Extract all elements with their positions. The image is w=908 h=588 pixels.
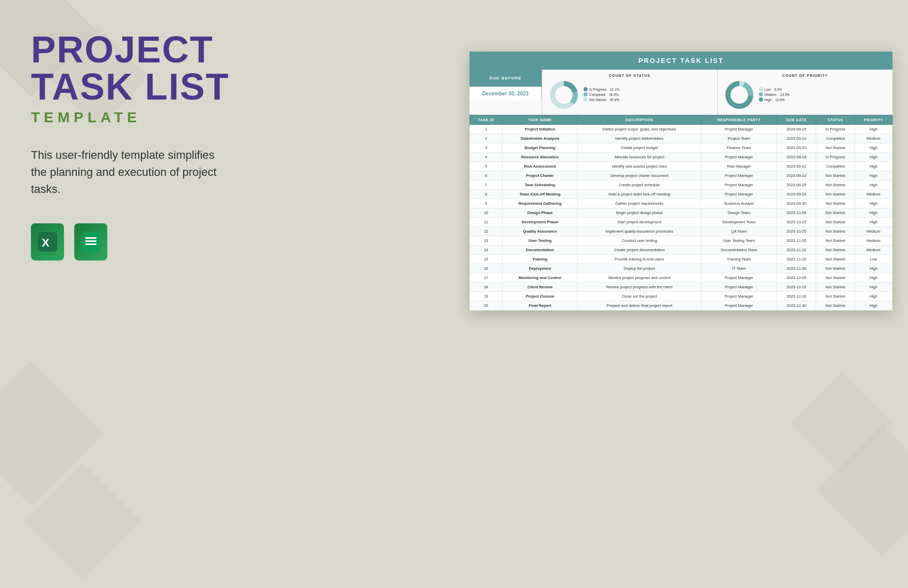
cell-taskname: Documentation	[502, 246, 578, 255]
cell-party: QA Team	[701, 227, 777, 236]
cell-id: 7	[470, 181, 502, 190]
cell-desc: Close out the project	[578, 292, 701, 301]
left-panel: PROJECT TASK LIST TEMPLATE This user-fri…	[31, 31, 258, 260]
file-icons-row: X	[31, 223, 258, 260]
cell-status: Not Started	[816, 301, 855, 311]
cell-priority: High	[855, 273, 893, 283]
cell-desc: Define project scope, goals, and objecti…	[578, 125, 701, 134]
col-duedate: DUE DATE	[777, 116, 816, 125]
cell-desc: Allocate resources for project	[578, 153, 701, 162]
cell-desc: Create project documentation	[578, 246, 701, 255]
high-dot	[759, 97, 763, 102]
cell-desc: Deploy the project	[578, 264, 701, 273]
col-priority: PRIORITY	[855, 116, 893, 125]
cell-party: Risk Manager	[701, 162, 777, 171]
cell-due: 2023-09-20	[777, 143, 816, 153]
cell-id: 19	[470, 292, 502, 301]
main-title: PROJECT TASK LIST	[31, 31, 258, 105]
cell-party: Project Team	[701, 134, 777, 143]
sub-title: TEMPLATE	[31, 109, 258, 126]
due-date-value: December 30, 2023	[469, 87, 542, 101]
cell-desc: Provide training to end-users	[578, 255, 701, 264]
cell-desc: Identify project stakeholders	[578, 134, 701, 143]
cell-desc: Prepare and deliver final project report	[578, 301, 701, 311]
cell-status: Not Started	[816, 227, 855, 236]
cell-id: 5	[470, 162, 502, 171]
table-row: 15 Training Provide training to end-user…	[470, 255, 893, 264]
cell-due: 2023-09-30	[777, 199, 816, 208]
cell-taskname: Development Phase	[502, 218, 578, 227]
table-row: 3 Budget Planning Create project budget …	[470, 143, 893, 153]
col-description: DESCRIPTION	[578, 116, 701, 125]
cell-desc: Gather project requirements	[578, 199, 701, 208]
table-row: 14 Documentation Create project document…	[470, 246, 893, 255]
cell-id: 20	[470, 301, 502, 311]
excel-icon[interactable]: X	[31, 223, 64, 260]
cell-due: 2023-10-15	[777, 218, 816, 227]
cell-party: Training Team	[701, 255, 777, 264]
description: This user-friendly template simplifies t…	[31, 146, 227, 198]
notstarted-dot	[583, 97, 588, 102]
status-legend: In Progress 21.1% Completed 16.0% Not St…	[583, 87, 620, 103]
cell-party: User Testing Team	[701, 236, 777, 246]
cell-party: IT Team	[701, 264, 777, 273]
inprogress-dot	[583, 87, 588, 91]
status-donut-chart	[548, 79, 579, 110]
cell-taskname: Project Initiation	[502, 125, 578, 134]
cell-party: Project Manager	[701, 292, 777, 301]
cell-due: 2023-09-25	[777, 181, 816, 190]
priority-legend: Low 5.3% Medium 23.5% High 13.0%	[759, 87, 790, 103]
cell-id: 13	[470, 236, 502, 246]
cell-status: Not Started	[816, 292, 855, 301]
col-taskid: TASK ID	[470, 116, 502, 125]
task-table: TASK ID TASK NAME DESCRIPTION RESPONSIBL…	[469, 115, 893, 311]
cell-id: 1	[470, 125, 502, 134]
cell-due: 2023-09-12	[777, 162, 816, 171]
cell-party: Project Manager	[701, 273, 777, 283]
cell-taskname: Project Charter	[502, 171, 578, 181]
cell-taskname: Task Scheduling	[502, 181, 578, 190]
cell-status: Not Started	[816, 181, 855, 190]
table-row: 19 Project Closure Close out the project…	[470, 292, 893, 301]
cell-taskname: Resource Allocation	[502, 153, 578, 162]
cell-desc: Monitor project progress and control	[578, 273, 701, 283]
cell-taskname: Client Review	[502, 283, 578, 292]
cell-priority: High	[855, 125, 893, 134]
cell-desc: Hold a project team kick-off meeting	[578, 190, 701, 199]
cell-id: 4	[470, 153, 502, 162]
cell-party: Project Manager	[701, 125, 777, 134]
table-row: 2 Stakeholder Analysis Identify project …	[470, 134, 893, 143]
cell-taskname: Design Phase	[502, 208, 578, 218]
table-row: 20 Final Report Prepare and deliver fina…	[470, 301, 893, 311]
cell-desc: Create project budget	[578, 143, 701, 153]
cell-status: Not Started	[816, 143, 855, 153]
cell-due: 2023-12-15	[777, 283, 816, 292]
table-row: 16 Deployment Deploy the project IT Team…	[470, 264, 893, 273]
cell-status: Not Started	[816, 199, 855, 208]
sheets-icon[interactable]	[74, 223, 107, 260]
cell-taskname: Deployment	[502, 264, 578, 273]
cell-priority: Medium	[855, 190, 893, 199]
cell-party: Design Team	[701, 208, 777, 218]
cell-party: Finance Team	[701, 143, 777, 153]
cell-taskname: Quality Assurance	[502, 227, 578, 236]
cell-party: Project Manager	[701, 181, 777, 190]
cell-party: Project Manager	[701, 171, 777, 181]
cell-id: 15	[470, 255, 502, 264]
cell-priority: High	[855, 199, 893, 208]
table-row: 7 Task Scheduling Create project schedul…	[470, 181, 893, 190]
cell-priority: Medium	[855, 236, 893, 246]
cell-due: 2023-10-05	[777, 208, 816, 218]
cell-id: 11	[470, 218, 502, 227]
cell-party: Project Manager	[701, 301, 777, 311]
cell-desc: Identify and assess project risks	[578, 162, 701, 171]
cell-taskname: Stakeholder Analysis	[502, 134, 578, 143]
cell-due: 2023-09-10	[777, 134, 816, 143]
cell-due: 2023-11-05	[777, 236, 816, 246]
low-dot	[759, 87, 763, 91]
cell-priority: High	[855, 218, 893, 227]
cell-taskname: Budget Planning	[502, 143, 578, 153]
cell-status: Completed	[816, 134, 855, 143]
cell-party: Business Analyst	[701, 199, 777, 208]
cell-priority: High	[855, 143, 893, 153]
